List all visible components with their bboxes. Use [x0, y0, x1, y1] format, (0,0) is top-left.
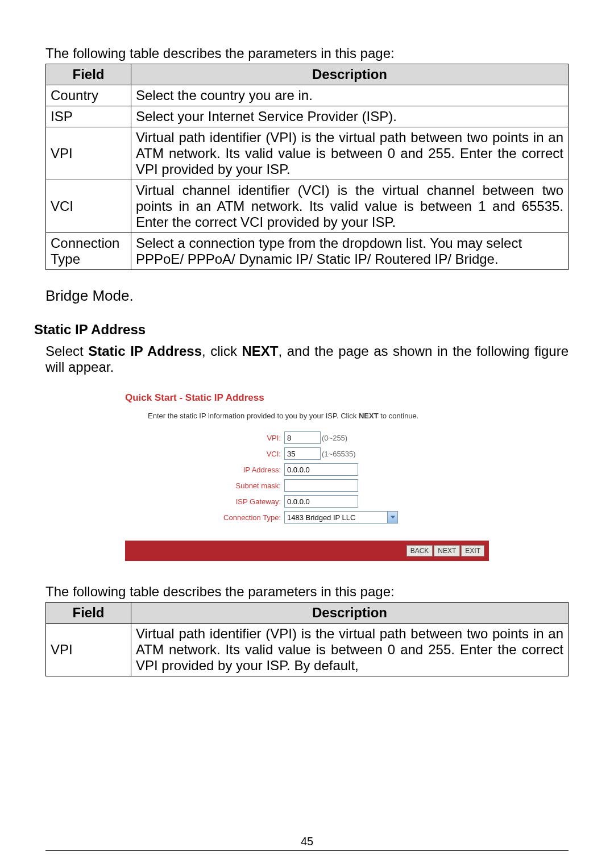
- vpi-label: VPI:: [193, 434, 284, 442]
- vpi-range: (0~255): [322, 434, 347, 442]
- th-description-2: Description: [131, 603, 569, 624]
- description-cell: Virtual channel identifier (VCI) is the …: [131, 180, 569, 233]
- table-row: Connection TypeSelect a connection type …: [46, 233, 569, 270]
- connection-type-select[interactable]: 1483 Bridged IP LLC: [284, 511, 398, 524]
- isp-gateway-input[interactable]: [284, 495, 358, 508]
- connection-type-label: Connection Type:: [193, 513, 284, 522]
- description-cell: Virtual path identifier (VPI) is the vir…: [131, 624, 569, 676]
- exit-button[interactable]: EXIT: [461, 545, 484, 556]
- table2-intro: The following table describes the parame…: [45, 584, 569, 600]
- page-footer: 45: [45, 835, 569, 851]
- page-number: 45: [301, 835, 313, 848]
- subnet-mask-label: Subnet mask:: [193, 481, 284, 490]
- table-row: CountrySelect the country you are in.: [46, 85, 569, 106]
- vci-input[interactable]: [284, 447, 321, 460]
- ip-address-input[interactable]: [284, 463, 358, 476]
- th-description: Description: [131, 64, 569, 85]
- description-cell: Virtual path identifier (VPI) is the vir…: [131, 127, 569, 180]
- vci-range: (1~65535): [322, 450, 356, 458]
- ip-address-label: IP Address:: [193, 466, 284, 474]
- quickstart-panel: Quick Start - Static IP Address Enter th…: [125, 392, 489, 561]
- quickstart-form: VPI: (0~255) VCI: (1~65535) IP Address: …: [193, 431, 489, 524]
- table-row: VPIVirtual path identifier (VPI) is the …: [46, 624, 569, 676]
- field-cell: ISP: [46, 106, 131, 127]
- section-heading-bridge-mode: Bridge Mode.: [45, 287, 569, 305]
- table-row: VCIVirtual channel identifier (VCI) is t…: [46, 180, 569, 233]
- parameters-table-2: Field Description VPIVirtual path identi…: [45, 602, 569, 676]
- field-cell: Country: [46, 85, 131, 106]
- quickstart-title: Quick Start - Static IP Address: [125, 392, 489, 404]
- table-row: ISPSelect your Internet Service Provider…: [46, 106, 569, 127]
- chevron-down-icon: [387, 512, 397, 523]
- vci-label: VCI:: [193, 450, 284, 458]
- table1-intro: The following table describes the parame…: [45, 45, 569, 61]
- table-row: VPIVirtual path identifier (VPI) is the …: [46, 127, 569, 180]
- field-cell: Connection Type: [46, 233, 131, 270]
- quickstart-footer: BACK NEXT EXIT: [125, 541, 489, 561]
- vpi-input[interactable]: [284, 431, 321, 444]
- parameters-table-1: Field Description CountrySelect the coun…: [45, 64, 569, 270]
- description-cell: Select the country you are in.: [131, 85, 569, 106]
- sub-heading-static-ip: Static IP Address: [34, 322, 569, 338]
- field-cell: VCI: [46, 180, 131, 233]
- quickstart-subtext: Enter the static IP information provided…: [148, 412, 489, 420]
- field-cell: VPI: [46, 624, 131, 676]
- back-button[interactable]: BACK: [406, 545, 433, 556]
- field-cell: VPI: [46, 127, 131, 180]
- th-field: Field: [46, 64, 131, 85]
- connection-type-value: 1483 Bridged IP LLC: [285, 512, 387, 523]
- th-field-2: Field: [46, 603, 131, 624]
- isp-gateway-label: ISP Gateway:: [193, 497, 284, 506]
- subnet-mask-input[interactable]: [284, 479, 358, 492]
- static-ip-body-text: Select Static IP Address, click NEXT, an…: [45, 343, 569, 375]
- next-button[interactable]: NEXT: [434, 545, 460, 556]
- description-cell: Select a connection type from the dropdo…: [131, 233, 569, 270]
- description-cell: Select your Internet Service Provider (I…: [131, 106, 569, 127]
